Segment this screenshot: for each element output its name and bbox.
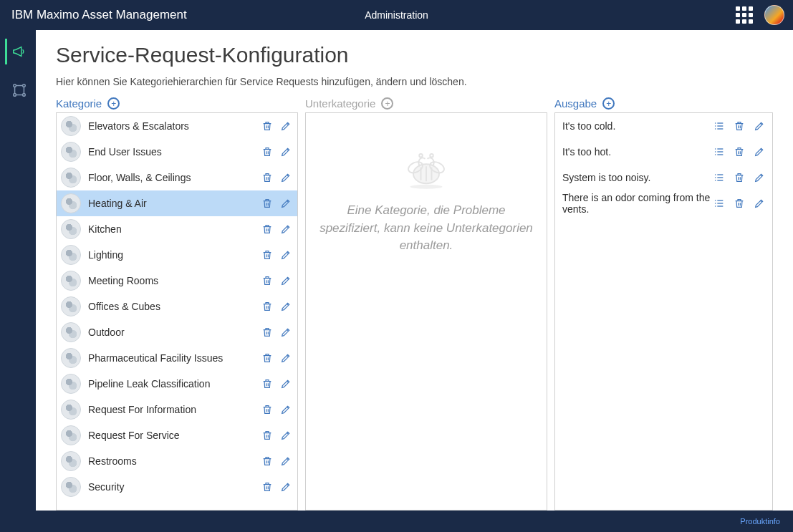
delete-icon[interactable] xyxy=(261,404,273,415)
page-title: Service-Request-Konfiguration xyxy=(56,43,773,67)
issue-label: It's too cold. xyxy=(562,120,713,132)
edit-icon[interactable] xyxy=(280,481,292,493)
category-icon xyxy=(61,168,81,188)
delete-icon[interactable] xyxy=(261,223,273,235)
category-row[interactable]: Lighting xyxy=(57,242,297,268)
category-label: Elevators & Escalators xyxy=(88,120,261,132)
rail-item-structure[interactable] xyxy=(5,77,31,103)
svg-point-11 xyxy=(715,122,716,124)
svg-point-2 xyxy=(13,94,16,97)
issue-row[interactable]: System is too noisy. xyxy=(555,165,772,190)
category-icon xyxy=(61,296,81,316)
product-info-link[interactable]: Produktinfo xyxy=(740,517,780,526)
category-label: Lighting xyxy=(88,249,261,261)
edit-icon[interactable] xyxy=(280,275,292,286)
left-rail xyxy=(0,30,36,511)
category-row[interactable]: Security xyxy=(57,474,297,500)
category-row[interactable]: Heating & Air xyxy=(57,190,297,216)
category-icon xyxy=(61,477,81,497)
category-icon xyxy=(61,425,81,445)
issue-label: It's too hot. xyxy=(562,146,713,158)
svg-point-6 xyxy=(419,154,423,158)
edit-icon[interactable] xyxy=(280,301,292,312)
delete-icon[interactable] xyxy=(734,198,745,209)
category-row[interactable]: Outdoor xyxy=(57,319,297,345)
app-title: IBM Maximo Asset Management xyxy=(11,8,187,22)
svg-point-23 xyxy=(715,174,716,175)
rail-item-announce[interactable] xyxy=(5,39,31,64)
category-icon xyxy=(61,245,81,265)
delete-icon[interactable] xyxy=(261,249,273,261)
delete-icon[interactable] xyxy=(261,172,273,183)
edit-icon[interactable] xyxy=(280,198,292,209)
edit-icon[interactable] xyxy=(280,404,292,415)
issue-row[interactable]: It's too cold. xyxy=(555,113,772,139)
delete-icon[interactable] xyxy=(261,198,273,209)
owners-icon[interactable] xyxy=(713,198,725,209)
category-row[interactable]: Offices & Cubes xyxy=(57,294,297,319)
column-issue: Ausgabe + It's too cold.It's too hot.Sys… xyxy=(554,97,773,511)
edit-icon[interactable] xyxy=(280,352,292,364)
add-subcategory-button: + xyxy=(381,97,393,110)
owners-icon[interactable] xyxy=(713,172,725,183)
issue-list: It's too cold.It's too hot.System is too… xyxy=(554,112,773,511)
edit-icon[interactable] xyxy=(280,223,292,235)
delete-icon[interactable] xyxy=(734,146,745,158)
delete-icon[interactable] xyxy=(734,120,745,132)
delete-icon[interactable] xyxy=(261,378,273,390)
edit-icon[interactable] xyxy=(280,327,292,338)
category-icon xyxy=(61,142,81,162)
category-list: Elevators & EscalatorsEnd User IssuesFlo… xyxy=(56,112,298,511)
edit-icon[interactable] xyxy=(280,378,292,390)
issue-row[interactable]: It's too hot. xyxy=(555,139,772,165)
category-label: Heating & Air xyxy=(88,198,261,209)
add-issue-button[interactable]: + xyxy=(602,97,615,110)
svg-point-1 xyxy=(22,84,25,87)
delete-icon[interactable] xyxy=(261,146,273,158)
category-row[interactable]: Pharmaceutical Facility Issues xyxy=(57,345,297,371)
svg-point-12 xyxy=(715,125,716,127)
delete-icon[interactable] xyxy=(261,455,273,467)
svg-point-31 xyxy=(715,205,716,207)
category-label: Request For Information xyxy=(88,404,261,415)
category-row[interactable]: Meeting Rooms xyxy=(57,268,297,294)
delete-icon[interactable] xyxy=(734,172,745,183)
category-label: Outdoor xyxy=(88,327,261,338)
edit-icon[interactable] xyxy=(754,120,765,132)
column-subcategory-header: Unterkategorie + xyxy=(305,97,547,110)
owners-icon[interactable] xyxy=(713,120,725,132)
edit-icon[interactable] xyxy=(280,172,292,183)
category-row[interactable]: Elevators & Escalators xyxy=(57,113,297,139)
category-row[interactable]: Floor, Walls, & Ceilings xyxy=(57,165,297,190)
edit-icon[interactable] xyxy=(280,146,292,158)
delete-icon[interactable] xyxy=(261,301,273,312)
category-label: Security xyxy=(88,481,261,493)
category-row[interactable]: Restrooms xyxy=(57,448,297,474)
add-category-button[interactable]: + xyxy=(107,97,120,110)
svg-point-3 xyxy=(22,94,25,97)
delete-icon[interactable] xyxy=(261,481,273,493)
category-row[interactable]: Pipeline Leak Classification xyxy=(57,371,297,397)
edit-icon[interactable] xyxy=(754,198,765,209)
user-avatar[interactable] xyxy=(764,5,784,25)
delete-icon[interactable] xyxy=(261,275,273,286)
delete-icon[interactable] xyxy=(261,327,273,338)
delete-icon[interactable] xyxy=(261,120,273,132)
edit-icon[interactable] xyxy=(754,172,765,183)
app-switcher-icon[interactable] xyxy=(736,6,753,24)
svg-point-0 xyxy=(13,84,16,87)
category-row[interactable]: Request For Information xyxy=(57,397,297,422)
edit-icon[interactable] xyxy=(280,249,292,261)
issue-row[interactable]: There is an odor coming from the vents. xyxy=(555,190,772,216)
delete-icon[interactable] xyxy=(261,352,273,364)
edit-icon[interactable] xyxy=(754,146,765,158)
edit-icon[interactable] xyxy=(280,430,292,441)
category-row[interactable]: Request For Service xyxy=(57,422,297,448)
category-row[interactable]: Kitchen xyxy=(57,216,297,242)
category-row[interactable]: End User Issues xyxy=(57,139,297,165)
delete-icon[interactable] xyxy=(261,430,273,441)
edit-icon[interactable] xyxy=(280,120,292,132)
edit-icon[interactable] xyxy=(280,455,292,467)
category-icon xyxy=(61,400,81,420)
owners-icon[interactable] xyxy=(713,146,725,158)
